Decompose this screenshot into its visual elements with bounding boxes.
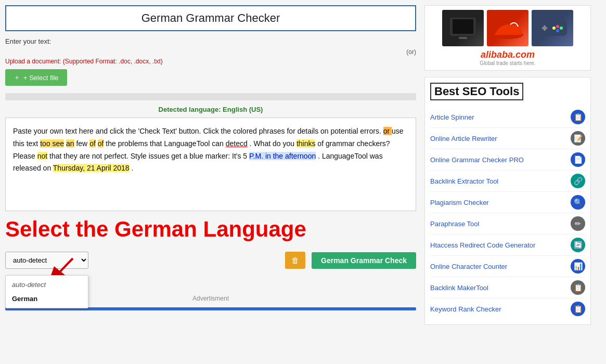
- alibaba-tagline: Global trade starts here.: [429, 60, 586, 66]
- svg-point-9: [560, 27, 563, 30]
- tool-item-backlink-extractor[interactable]: Backlink Extractor Tool 🔗: [430, 171, 585, 192]
- plus-icon: ＋: [14, 73, 20, 82]
- text-detecd[interactable]: detecd: [226, 139, 248, 148]
- text-an[interactable]: an: [66, 139, 74, 148]
- tool-icon-htaccess-redirect: 🔄: [571, 238, 585, 252]
- text-display-area[interactable]: Paste your own text here and click the '…: [5, 118, 416, 211]
- tool-icon-keyword-rank: 📋: [571, 302, 585, 316]
- dropdown-item-german[interactable]: German: [6, 292, 88, 306]
- tool-item-paraphrase-tool[interactable]: Paraphrase Tool ✏: [430, 213, 585, 235]
- svg-rect-7: [542, 27, 547, 29]
- text-few: few: [76, 139, 89, 148]
- tool-link-article-rewriter[interactable]: Online Article Rewriter: [430, 135, 571, 142]
- svg-point-11: [552, 27, 556, 30]
- svg-rect-3: [459, 37, 467, 39]
- or-text: (or): [5, 48, 416, 56]
- tool-item-keyword-rank[interactable]: Keyword Rank Checker 📋: [430, 298, 585, 319]
- tool-item-article-rewriter[interactable]: Online Article Rewriter 📝: [430, 128, 585, 149]
- tool-icon-paraphrase-tool: ✏: [571, 216, 585, 231]
- tool-item-character-counter[interactable]: Online Character Counter 📊: [430, 256, 585, 277]
- sidebar: alibaba.com Global trade starts here. Be…: [424, 5, 591, 325]
- dropdown-popup: auto-detect German: [5, 274, 88, 308]
- product-image-shoe: [487, 10, 528, 46]
- text-part9: .: [132, 164, 134, 172]
- tool-icon-backlink-extractor: 🔗: [571, 174, 585, 188]
- enter-text-label: Enter your text:: [5, 37, 416, 45]
- tool-link-article-spinner[interactable]: Article Spinner: [430, 113, 571, 121]
- text-part4: the problems that LanguageTool can: [106, 139, 225, 148]
- tool-link-character-counter[interactable]: Online Character Counter: [430, 263, 571, 270]
- select-file-label: + Select file: [23, 74, 59, 82]
- progress-bar: [5, 93, 416, 100]
- seo-tools-box: Best SEO Tools Article Spinner 📋 Online …: [424, 77, 591, 325]
- text-of1[interactable]: of: [89, 139, 96, 148]
- tool-link-backlink-extractor[interactable]: Backlink Extractor Tool: [430, 177, 571, 185]
- text-part1: Paste your own text here and click the '…: [13, 127, 381, 135]
- tool-item-htaccess-redirect[interactable]: Htaccess Redirect Code Generator 🔄: [430, 235, 585, 256]
- dropdown-item-auto-detect[interactable]: auto-detect: [6, 278, 88, 292]
- tool-icon-character-counter: 📊: [571, 259, 585, 274]
- tool-link-htaccess-redirect[interactable]: Htaccess Redirect Code Generator: [430, 241, 571, 249]
- tool-item-backlink-maker[interactable]: Backlink MakerTool 📋: [430, 277, 585, 298]
- tool-icon-plagiarism-checker: 🔍: [571, 195, 585, 210]
- svg-point-10: [556, 29, 559, 32]
- tool-link-backlink-maker[interactable]: Backlink MakerTool: [430, 284, 571, 292]
- detected-language: Detected language: English (US): [5, 106, 416, 113]
- tool-icon-article-spinner: 📋: [571, 110, 585, 124]
- text-or[interactable]: or: [383, 127, 392, 135]
- upload-label: Upload a document: (Supported Format: .d…: [5, 58, 416, 65]
- tool-item-grammar-checker-pro[interactable]: Online Grammar Checker PRO 📄: [430, 149, 585, 171]
- overlay-instruction: Select the German Language: [5, 217, 416, 241]
- tool-item-plagiarism-checker[interactable]: Plagiarism Checker 🔍: [430, 192, 585, 213]
- alibaba-banner: alibaba.com Global trade starts here.: [424, 5, 591, 71]
- page-title: German Grammar Checker: [5, 5, 416, 31]
- text-part5: . What do you: [250, 139, 296, 148]
- text-not[interactable]: not: [37, 152, 47, 160]
- tool-link-keyword-rank[interactable]: Keyword Rank Checker: [430, 305, 571, 313]
- tool-icon-backlink-maker: 📋: [571, 280, 585, 295]
- tool-link-plagiarism-checker[interactable]: Plagiarism Checker: [430, 199, 571, 206]
- lang-dropdown-list: auto-detect German: [5, 275, 88, 308]
- tool-item-article-spinner[interactable]: Article Spinner 📋: [430, 107, 585, 128]
- alibaba-products: [429, 10, 586, 46]
- main-column: German Grammar Checker Enter your text: …: [5, 5, 416, 325]
- text-thinks[interactable]: thinks: [296, 139, 316, 148]
- text-pm-afternoon[interactable]: P.M. in the afternoon: [249, 152, 316, 160]
- svg-rect-2: [453, 19, 473, 34]
- alibaba-logo: alibaba.com: [429, 49, 586, 60]
- text-part7: that they are not perfect. Style issues …: [49, 152, 249, 160]
- select-file-button[interactable]: ＋ + Select file: [5, 69, 67, 86]
- product-image-tv: [442, 10, 484, 46]
- seo-tools-title: Best SEO Tools: [430, 83, 523, 100]
- tool-icon-grammar-checker-pro: 📄: [571, 152, 585, 167]
- tool-icon-article-rewriter: 📝: [571, 131, 585, 146]
- tool-link-paraphrase-tool[interactable]: Paraphrase Tool: [430, 220, 571, 228]
- text-thursday[interactable]: Thursday, 21 April 2018: [53, 164, 130, 172]
- product-image-gamepad: [532, 10, 573, 46]
- text-too-see[interactable]: too see: [40, 139, 64, 148]
- tool-link-grammar-checker-pro[interactable]: Online Grammar Checker PRO: [430, 156, 571, 164]
- text-of2[interactable]: of: [98, 139, 104, 148]
- svg-point-8: [556, 25, 559, 28]
